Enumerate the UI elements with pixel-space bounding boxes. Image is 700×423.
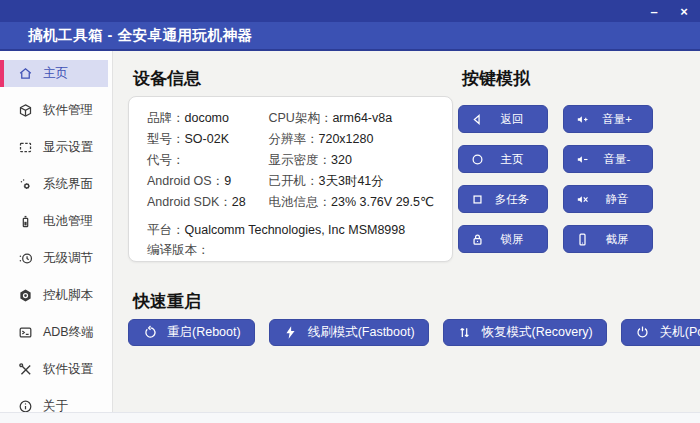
home-icon <box>17 66 33 82</box>
multitask-icon <box>469 191 485 207</box>
sidebar-item-label: 显示设置 <box>43 139 93 156</box>
info-label: CPU架构： <box>269 111 333 125</box>
multitask-key-button[interactable]: 多任务 <box>458 185 548 213</box>
info-row-brand: 品牌：docomo <box>147 108 269 129</box>
info-row-model: 型号：SO-02K <box>147 129 269 150</box>
sidebar-item-app-manage[interactable]: 软件管理 <box>0 97 108 124</box>
volume-down-button[interactable]: 音量- <box>563 145 653 173</box>
key-label: 静音 <box>590 192 644 207</box>
keysim-heading: 按键模拟 <box>462 67 530 90</box>
home-key-button[interactable]: 主页 <box>458 145 548 173</box>
lock-screen-button[interactable]: 锁屏 <box>458 225 548 253</box>
main-area: 主页 软件管理 显示设置 系统界面 电池管理 无级调节 <box>0 51 700 421</box>
reboot-button[interactable]: 重启(Reboot) <box>128 319 255 346</box>
sidebar-item-label: 系统界面 <box>43 176 93 193</box>
info-row-uptime: 已开机：3天3时41分 <box>269 171 435 192</box>
close-button[interactable]: × <box>676 5 692 18</box>
script-hexagon-icon <box>17 288 33 304</box>
device-info-left-column: 品牌：docomo 型号：SO-02K 代号： Android OS：9 And… <box>147 108 269 213</box>
info-row-battery: 电池信息：23% 3.76V 29.5℃ <box>269 192 435 213</box>
keysim-grid: 返回 音量+ 主页 音量- 多任务 <box>458 105 653 253</box>
sidebar-item-label: 主页 <box>43 65 68 82</box>
info-label: 代号： <box>147 153 185 167</box>
sidebar-item-label: 软件管理 <box>43 102 93 119</box>
key-label: 主页 <box>485 152 539 167</box>
quick-button-label: 线刷模式(Fastboot) <box>308 324 415 341</box>
screenshot-phone-icon <box>574 231 590 247</box>
info-value: 720x1280 <box>319 132 374 146</box>
sidebar: 主页 软件管理 显示设置 系统界面 电池管理 无级调节 <box>0 51 113 421</box>
content-area: 设备信息 品牌：docomo 型号：SO-02K 代号： Android OS：… <box>113 51 700 421</box>
info-row-platform: 平台：Qualcomm Technologies, Inc MSM8998 <box>147 220 434 240</box>
volume-down-icon <box>574 151 590 167</box>
device-info-heading: 设备信息 <box>133 67 201 90</box>
info-label: 电池信息： <box>269 195 332 209</box>
quick-restart-heading: 快速重启 <box>133 290 201 313</box>
poweroff-button[interactable]: 关机(Poweroff) <box>621 319 700 346</box>
window-titlebar: – × <box>0 0 700 22</box>
back-key-button[interactable]: 返回 <box>458 105 548 133</box>
lock-icon <box>469 231 485 247</box>
app-window: – × 搞机工具箱 - 全安卓通用玩机神器 主页 软件管理 显示设置 系统界面 <box>0 0 700 423</box>
info-value: docomo <box>185 111 229 125</box>
bottom-strip <box>0 412 700 423</box>
info-label: 型号： <box>147 132 185 146</box>
info-row-resolution: 分辨率：720x1280 <box>269 129 435 150</box>
package-icon <box>17 103 33 119</box>
reboot-icon <box>142 325 158 341</box>
info-row-build-version: 编译版本： <box>147 240 434 260</box>
recovery-button[interactable]: 恢复模式(Recovery) <box>443 319 607 346</box>
info-value: 320 <box>331 153 352 167</box>
info-label: 分辨率： <box>269 132 319 146</box>
info-row-cpu-arch: CPU架构：arm64-v8a <box>269 108 435 129</box>
info-label: 品牌： <box>147 111 185 125</box>
back-icon <box>469 111 485 127</box>
minimize-button[interactable]: – <box>646 5 662 18</box>
sidebar-item-label: 电池管理 <box>43 213 93 230</box>
sidebar-item-adb-terminal[interactable]: ADB终端 <box>0 319 108 346</box>
info-label: Android SDK： <box>147 195 232 209</box>
battery-icon <box>17 214 33 230</box>
volume-up-button[interactable]: 音量+ <box>563 105 653 133</box>
sidebar-item-control-script[interactable]: 控机脚本 <box>0 282 108 309</box>
mute-key-button[interactable]: 静音 <box>563 185 653 213</box>
tools-icon <box>17 362 33 378</box>
sidebar-item-stepless-adjust[interactable]: 无级调节 <box>0 245 108 272</box>
key-label: 音量+ <box>590 112 644 127</box>
device-info-right-column: CPU架构：arm64-v8a 分辨率：720x1280 显示密度：320 已开… <box>269 108 435 213</box>
info-label: Android OS： <box>147 174 224 188</box>
device-info-card: 品牌：docomo 型号：SO-02K 代号： Android OS：9 And… <box>128 96 453 262</box>
key-label: 截屏 <box>590 232 644 247</box>
sidebar-item-system-ui[interactable]: 系统界面 <box>0 171 108 198</box>
sidebar-item-battery[interactable]: 电池管理 <box>0 208 108 235</box>
info-row-density: 显示密度：320 <box>269 150 435 171</box>
volume-up-icon <box>574 111 590 127</box>
info-value: 3天3时41分 <box>319 174 384 188</box>
fastboot-button[interactable]: 线刷模式(Fastboot) <box>269 319 429 346</box>
quick-button-label: 关机(Poweroff) <box>660 324 700 341</box>
display-icon <box>17 140 33 156</box>
sidebar-item-display-settings[interactable]: 显示设置 <box>0 134 108 161</box>
info-row-android-sdk: Android SDK：28 <box>147 192 269 213</box>
home-circle-icon <box>469 151 485 167</box>
info-value: 23% 3.76V 29.5℃ <box>331 195 434 209</box>
key-label: 多任务 <box>485 192 539 207</box>
key-label: 返回 <box>485 112 539 127</box>
info-row-android-os: Android OS：9 <box>147 171 269 192</box>
info-value: arm64-v8a <box>332 111 392 125</box>
sidebar-item-app-settings[interactable]: 软件设置 <box>0 356 108 383</box>
quick-restart-row: 重启(Reboot) 线刷模式(Fastboot) 恢复模式(Recovery)… <box>128 319 700 346</box>
app-title: 搞机工具箱 - 全安卓通用玩机神器 <box>28 26 252 45</box>
key-label: 锁屏 <box>485 232 539 247</box>
info-value: 9 <box>224 174 231 188</box>
quick-button-label: 重启(Reboot) <box>167 324 241 341</box>
quick-button-label: 恢复模式(Recovery) <box>482 324 593 341</box>
sidebar-item-label: 软件设置 <box>43 361 93 378</box>
fastboot-lightning-icon <box>283 325 299 341</box>
app-header: 搞机工具箱 - 全安卓通用玩机神器 <box>0 22 700 51</box>
sidebar-item-home[interactable]: 主页 <box>0 60 108 87</box>
info-value: 28 <box>232 195 246 209</box>
screenshot-button[interactable]: 截屏 <box>563 225 653 253</box>
info-value: SO-02K <box>185 132 229 146</box>
info-label: 显示密度： <box>269 153 332 167</box>
